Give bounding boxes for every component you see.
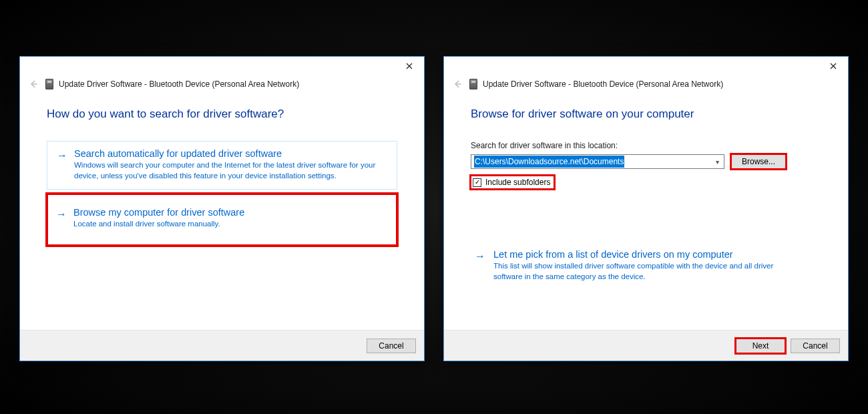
dialog-footer: Cancel (20, 330, 424, 361)
include-subfolders-row[interactable]: ✓ Include subfolders (471, 176, 554, 189)
browse-highlight: Browse... (731, 154, 786, 169)
back-button[interactable] (451, 77, 464, 91)
option-desc: Locate and install driver software manua… (73, 219, 389, 230)
option-title: Let me pick from a list of device driver… (493, 249, 821, 260)
cancel-button[interactable]: Cancel (367, 339, 416, 353)
next-highlight: Next (736, 339, 785, 353)
include-subfolders-label: Include subfolders (485, 178, 550, 187)
option-desc: This list will show installed driver sof… (493, 261, 801, 282)
dialog-content: How do you want to search for driver sof… (20, 91, 424, 246)
update-driver-dialog-step2: Update Driver Software - Bluetooth Devic… (443, 56, 849, 361)
location-path-value: C:\Users\Downloadsource.net\Documents (474, 156, 624, 168)
option-title: Search automatically for updated driver … (74, 148, 389, 159)
arrow-right-icon: → (56, 208, 67, 220)
close-button[interactable] (819, 57, 848, 75)
option-title: Browse my computer for driver software (73, 207, 389, 218)
location-combo[interactable]: C:\Users\Downloadsource.net\Documents ▾ (471, 154, 724, 169)
location-row: C:\Users\Downloadsource.net\Documents ▾ … (471, 154, 821, 169)
back-button[interactable] (27, 77, 40, 91)
window-title: Update Driver Software - Bluetooth Devic… (59, 79, 299, 89)
close-icon (830, 63, 837, 69)
arrow-right-icon: → (475, 250, 485, 262)
dialog-header: Update Driver Software - Bluetooth Devic… (444, 71, 848, 91)
update-driver-dialog-step1: Update Driver Software - Bluetooth Devic… (19, 56, 425, 361)
option-desc: Windows will search your computer and th… (74, 160, 389, 181)
dialog-footer: Next Cancel (444, 330, 848, 361)
window-title: Update Driver Software - Bluetooth Devic… (483, 79, 723, 89)
back-arrow-icon (453, 79, 462, 89)
close-icon (406, 63, 413, 69)
chevron-down-icon: ▾ (714, 158, 721, 166)
close-button[interactable] (395, 57, 424, 75)
page-heading: Browse for driver software on your compu… (471, 108, 821, 121)
include-subfolders-checkbox[interactable]: ✓ (473, 178, 481, 187)
browse-button[interactable]: Browse... (731, 154, 786, 169)
dialog-header: Update Driver Software - Bluetooth Devic… (20, 71, 424, 91)
dialog-content: Browse for driver software on your compu… (444, 91, 848, 282)
option-search-auto[interactable]: → Search automatically for updated drive… (47, 141, 397, 190)
device-icon (45, 79, 53, 89)
page-heading: How do you want to search for driver sof… (47, 108, 397, 121)
back-arrow-icon (29, 79, 38, 89)
arrow-right-icon: → (57, 150, 67, 162)
location-label: Search for driver software in this locat… (471, 141, 821, 150)
option-pick-from-list[interactable]: → Let me pick from a list of device driv… (471, 249, 821, 282)
cancel-button[interactable]: Cancel (791, 339, 840, 353)
option-browse-computer[interactable]: → Browse my computer for driver software… (47, 194, 397, 246)
next-button[interactable]: Next (736, 339, 785, 353)
device-icon (469, 79, 477, 89)
